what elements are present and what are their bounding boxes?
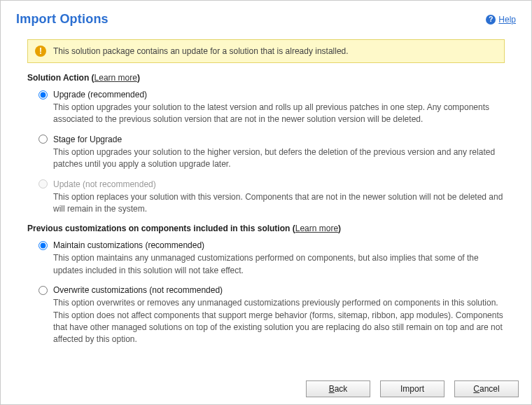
help-link[interactable]: Help [498, 15, 516, 25]
import-options-dialog: Import Options ? Help ! This solution pa… [0, 0, 532, 405]
option-upgrade: Upgrade (recommended) This option upgrad… [38, 90, 505, 126]
option-stage-row[interactable]: Stage for Upgrade [38, 135, 505, 144]
option-label: Stage for Upgrade [53, 135, 122, 144]
btn-text: Import [400, 384, 424, 394]
warning-icon: ! [35, 46, 46, 57]
btn-rest: ack [335, 384, 348, 394]
info-banner: ! This solution package contains an upda… [27, 39, 505, 63]
page-title: Import Options [16, 12, 108, 27]
option-overwrite: Overwrite customizations (not recommende… [38, 285, 505, 346]
option-label: Upgrade (recommended) [53, 90, 147, 99]
option-overwrite-row[interactable]: Overwrite customizations (not recommende… [38, 285, 505, 295]
import-button[interactable]: Import [380, 380, 444, 397]
customizations-options: Maintain customizations (recommended) Th… [38, 240, 505, 345]
dialog-content: Solution Action (Learn more) Upgrade (re… [16, 73, 516, 346]
help-control: ? Help [486, 15, 516, 25]
option-label: Update (not recommended) [53, 179, 156, 189]
option-maintain-row[interactable]: Maintain customizations (recommended) [38, 240, 505, 250]
option-update: Update (not recommended) This option rep… [38, 179, 505, 216]
option-maintain: Maintain customizations (recommended) Th… [38, 240, 505, 277]
option-desc: This option upgrades your solution to th… [53, 146, 505, 171]
dialog-header: Import Options ? Help [16, 12, 516, 27]
help-icon: ? [486, 15, 496, 25]
radio-maintain[interactable] [38, 241, 48, 250]
back-button[interactable]: Back [306, 380, 370, 397]
radio-stage[interactable] [38, 135, 48, 144]
option-update-row: Update (not recommended) [38, 179, 505, 189]
radio-upgrade[interactable] [38, 90, 48, 99]
solution-action-options: Upgrade (recommended) This option upgrad… [38, 90, 505, 215]
customizations-learn-more-link[interactable]: Learn more [295, 224, 338, 233]
solution-action-heading: Solution Action (Learn more) [27, 73, 505, 83]
option-desc: This option overwrites or removes any un… [53, 297, 505, 346]
dialog-footer: Back Import Cancel [306, 380, 519, 397]
section-title-text: Solution Action [27, 73, 89, 83]
option-label: Overwrite customizations (not recommende… [53, 285, 223, 295]
solution-action-learn-more-link[interactable]: Learn more [94, 73, 137, 83]
option-label: Maintain customizations (recommended) [53, 240, 204, 250]
radio-overwrite[interactable] [38, 286, 48, 295]
option-desc: This option replaces your solution with … [53, 191, 505, 216]
cancel-button[interactable]: Cancel [454, 380, 519, 397]
option-desc: This option maintains any unmanaged cust… [53, 252, 505, 277]
section-title-text: Previous customizations on components in… [27, 224, 290, 233]
customizations-heading: Previous customizations on components in… [27, 224, 505, 233]
option-stage: Stage for Upgrade This option upgrades y… [38, 135, 505, 171]
banner-text: This solution package contains an update… [53, 46, 349, 56]
option-upgrade-row[interactable]: Upgrade (recommended) [38, 90, 505, 99]
option-desc: This option upgrades your solution to th… [53, 102, 505, 126]
btn-rest: ancel [479, 384, 500, 394]
radio-update [38, 179, 48, 188]
